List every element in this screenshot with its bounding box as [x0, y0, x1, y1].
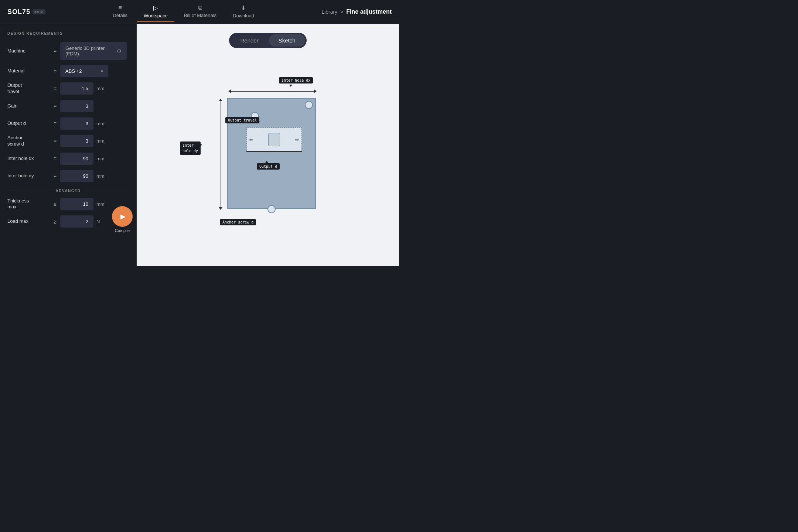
bom-icon: ⧉	[198, 4, 202, 11]
anchor-screw-input[interactable]	[60, 135, 93, 147]
machine-input-wrap: Generic 3D printer (FDM) ⚙	[60, 42, 129, 60]
load-max-unit: N	[96, 219, 100, 224]
output-travel-input[interactable]	[60, 82, 93, 95]
field-inter-hole-dy: Inter hole dy = mm	[7, 170, 129, 182]
right-panel: Render Sketch	[137, 24, 399, 266]
inter-hole-dy-arrow	[200, 143, 202, 146]
inter-hole-dx-input[interactable]	[60, 153, 93, 165]
gain-input[interactable]	[60, 100, 93, 112]
beta-badge: BETA	[33, 9, 45, 14]
dim-line-vertical	[221, 100, 221, 209]
slot-rect: ⇦ ⇨	[246, 127, 302, 151]
inter-hole-dy-input[interactable]	[60, 170, 93, 182]
anchor-screw-unit: mm	[96, 138, 105, 144]
tab-download-label: Download	[233, 13, 254, 18]
material-selector[interactable]: ABS +2 ▾	[60, 65, 108, 77]
inter-hole-dx-unit: mm	[96, 156, 105, 161]
output-travel-annotation: Output travel	[225, 117, 259, 123]
thickness-max-unit: mm	[96, 201, 105, 207]
inter-hole-dx-annotation: Inter hole dx	[279, 77, 313, 83]
output-d-annotation: Output d	[257, 163, 280, 170]
machine-label: Machine	[7, 48, 50, 54]
field-material: Material = ABS +2 ▾	[7, 65, 129, 77]
chevron-down-icon: ▾	[101, 69, 103, 74]
gain-input-wrap	[60, 100, 129, 112]
advanced-label: ADVANCED	[56, 189, 81, 193]
thickness-max-input[interactable]	[60, 198, 93, 210]
field-output-travel: Outputtravel = mm	[7, 82, 129, 95]
load-max-operator: ≥	[50, 219, 60, 225]
nav-tabs: ≡ Details ▷ Workspace ⧉ Bill of Material…	[57, 1, 310, 22]
output-d-input[interactable]	[60, 117, 93, 130]
inter-hole-dx-label: Inter hole dx	[7, 156, 50, 162]
machine-value: Generic 3D printer (FDM)	[65, 45, 117, 57]
dim-arrow-bottom	[219, 207, 222, 210]
tab-bom[interactable]: ⧉ Bill of Materials	[177, 1, 223, 22]
dim-arrow-left	[228, 89, 231, 93]
output-travel-input-wrap: mm	[60, 82, 129, 95]
section-title: DESIGN REQUIREMENTS	[7, 31, 129, 35]
tab-details[interactable]: ≡ Details	[106, 1, 134, 22]
output-d-arrow	[265, 161, 268, 163]
field-machine: Machine = Generic 3D printer (FDM) ⚙	[7, 42, 129, 60]
breadcrumb: Library > Fine adjustment	[321, 8, 392, 15]
circle-bottom	[267, 205, 276, 213]
breadcrumb-current: Fine adjustment	[346, 8, 392, 15]
breadcrumb-root[interactable]: Library	[321, 9, 337, 15]
field-anchor-screw: Anchorscrew d = mm	[7, 135, 129, 147]
inter-hole-dx-input-wrap: mm	[60, 153, 129, 165]
diagram: ⇦ ⇨ Output travel Output d	[205, 87, 331, 227]
field-inter-hole-dx: Inter hole dx = mm	[7, 153, 129, 165]
dim-arrow-right	[314, 89, 317, 93]
material-input-wrap: ABS +2 ▾	[60, 65, 129, 77]
gear-icon[interactable]: ⚙	[117, 48, 122, 54]
left-panel: DESIGN REQUIREMENTS Machine = Generic 3D…	[0, 24, 137, 266]
tab-workspace[interactable]: ▷ Workspace	[137, 1, 174, 22]
divider-line-right	[85, 191, 129, 191]
output-travel-label: Outputtravel	[7, 82, 50, 95]
sketch-button[interactable]: Sketch	[269, 34, 305, 47]
inter-hole-dx-arrow	[289, 85, 292, 87]
inter-hole-dy-input-wrap: mm	[60, 170, 129, 182]
sketch-area: ⇦ ⇨ Output travel Output d	[137, 48, 399, 266]
load-max-input[interactable]	[60, 215, 93, 228]
main-layout: DESIGN REQUIREMENTS Machine = Generic 3D…	[0, 24, 399, 266]
load-max-label: Load max	[7, 218, 50, 225]
field-output-d: Output d = mm	[7, 117, 129, 130]
material-equals: =	[50, 68, 60, 74]
details-icon: ≡	[119, 4, 122, 11]
tab-download[interactable]: ⬇ Download	[226, 1, 261, 22]
machine-selector[interactable]: Generic 3D printer (FDM) ⚙	[60, 42, 127, 60]
dim-arrow-top	[219, 99, 222, 101]
tab-details-label: Details	[113, 13, 127, 18]
output-travel-unit: mm	[96, 86, 105, 91]
peg	[268, 133, 280, 146]
output-d-label: Output d	[7, 120, 50, 127]
gain-label: Gain	[7, 103, 50, 109]
output-d-equals: =	[50, 120, 60, 126]
field-thickness-max: Thicknessmax ≤ mm	[7, 198, 129, 211]
download-icon: ⬇	[241, 4, 246, 11]
anchor-screw-equals: =	[50, 138, 60, 144]
field-load-max: Load max ≥ N ▶ Compile	[7, 215, 129, 228]
thickness-max-operator: ≤	[50, 201, 60, 207]
anchor-screw-d-annotation: Anchor screw d	[220, 219, 256, 225]
inter-hole-dy-label: Inter hole dy	[7, 173, 50, 179]
output-d-input-wrap: mm	[60, 117, 129, 130]
output-d-unit: mm	[96, 121, 105, 126]
material-value: ABS +2	[65, 68, 82, 74]
logo-text: SOL75	[7, 8, 30, 16]
inter-hole-dy-unit: mm	[96, 173, 105, 179]
workspace-icon: ▷	[153, 4, 158, 11]
compile-label: Compile	[115, 228, 130, 233]
anchor-screw-label: Anchorscrew d	[7, 135, 50, 147]
inter-hole-dx-equals: =	[50, 156, 60, 161]
render-button[interactable]: Render	[231, 34, 268, 47]
compile-button[interactable]: ▶	[112, 206, 133, 227]
field-gain: Gain =	[7, 100, 129, 112]
tab-workspace-label: Workspace	[144, 13, 168, 18]
material-label: Material	[7, 68, 50, 74]
dim-line-horizontal	[229, 91, 316, 92]
app-header: SOL75 BETA ≡ Details ▷ Workspace ⧉ Bill …	[0, 0, 399, 24]
view-toggle: Render Sketch	[229, 33, 306, 48]
